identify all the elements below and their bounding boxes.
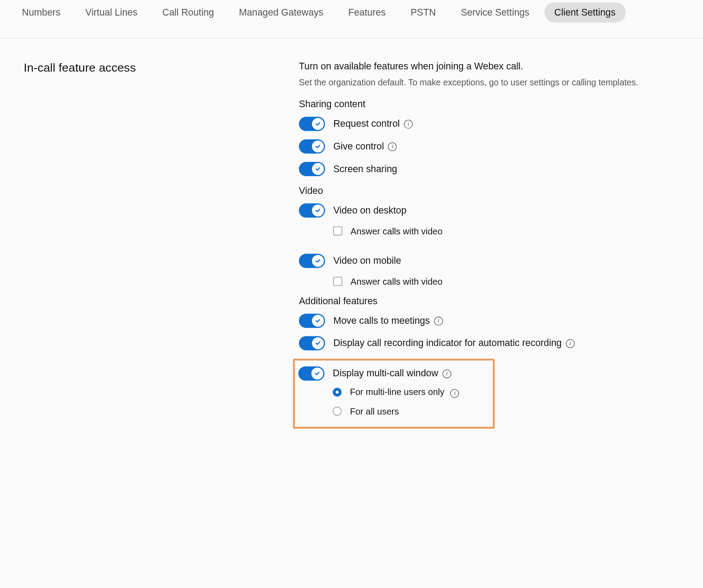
toggle-video-desktop[interactable] [299,203,325,217]
tab-virtual-lines[interactable]: Virtual Lines [75,2,147,22]
tab-managed-gateways[interactable]: Managed Gateways [229,2,333,22]
info-icon[interactable]: i [388,142,397,151]
group-label-video: Video [299,185,691,196]
label-video-desktop: Video on desktop [333,205,406,216]
radio-all-users[interactable] [333,407,342,415]
checkbox-answer-video-mobile[interactable] [333,277,342,286]
label-multicall-window: Display multi-call window i [333,368,451,379]
section-title: In-call feature access [24,61,299,75]
label-answer-video-desktop: Answer calls with video [351,226,443,236]
info-icon[interactable]: i [404,120,413,129]
toggle-move-calls[interactable] [299,314,325,328]
label-radio-multiline: For multi-line users only i [350,387,459,398]
tab-call-routing[interactable]: Call Routing [152,2,224,22]
checkbox-answer-video-desktop[interactable] [333,226,342,235]
info-icon[interactable]: i [566,339,575,348]
tab-pstn[interactable]: PSTN [400,2,446,22]
label-video-mobile: Video on mobile [333,256,401,266]
section-in-call-features: In-call feature access Turn on available… [0,39,703,433]
label-move-calls: Move calls to meetings i [333,315,443,326]
highlight-multicall: Display multi-call window i For multi-li… [293,358,495,428]
info-icon[interactable]: i [450,389,459,398]
info-icon[interactable]: i [434,316,443,325]
tab-bar: Numbers Virtual Lines Call Routing Manag… [0,0,703,39]
tab-features[interactable]: Features [338,2,396,22]
section-lead-text: Turn on available features when joining … [299,61,691,72]
toggle-multicall-window[interactable] [298,366,324,381]
label-radio-all: For all users [350,406,399,416]
toggle-give-control[interactable] [299,139,325,153]
toggle-request-control[interactable] [299,117,325,131]
section-sub-text: Set the organization default. To make ex… [299,78,691,87]
label-request-control: Request control i [333,119,413,129]
toggle-video-mobile[interactable] [299,254,325,268]
group-label-sharing: Sharing content [299,99,691,110]
label-give-control: Give control i [333,141,397,152]
tab-service-settings[interactable]: Service Settings [451,2,539,22]
radio-multiline-only[interactable] [333,387,342,396]
tab-client-settings[interactable]: Client Settings [544,2,626,22]
label-screen-sharing: Screen sharing [333,164,397,174]
toggle-recording-indicator[interactable] [299,336,325,350]
tab-numbers[interactable]: Numbers [12,2,71,22]
info-icon[interactable]: i [442,369,451,378]
label-recording-indicator: Display call recording indicator for aut… [333,338,575,349]
toggle-screen-sharing[interactable] [299,162,325,176]
group-label-additional: Additional features [299,296,691,306]
label-answer-video-mobile: Answer calls with video [351,276,443,286]
